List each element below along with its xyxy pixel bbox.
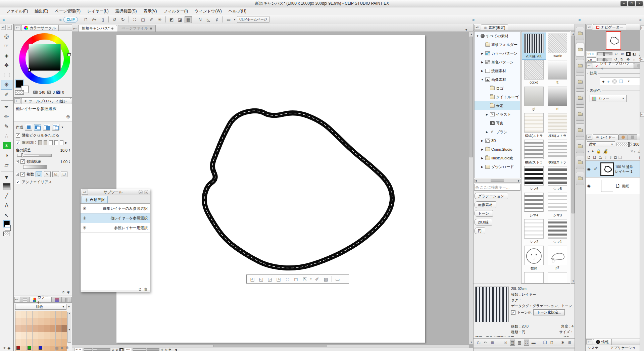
color-swatch[interactable] <box>33 311 38 318</box>
nav-flip-h-icon[interactable]: ◧ <box>632 52 637 56</box>
tool-property-tab[interactable]: ✒ ツールプロパティ[他レイヤ <box>21 98 71 104</box>
canvas-viewport[interactable]: ◰ ◱ ◲ ◳ ∷ ◻ ⇱ ▼ ✐ ▨ ▭ <box>72 32 469 344</box>
material-tray-button-5[interactable] <box>576 107 584 121</box>
navigator-zoom-slider[interactable] <box>597 52 612 55</box>
tree-expander-icon[interactable]: ▶ <box>481 69 484 72</box>
show-selection-border-icon[interactable]: ▦ <box>185 16 192 23</box>
navigator-tab[interactable]: ナビゲーター <box>593 24 626 30</box>
blend-tool-icon[interactable]: ◑ <box>1 150 12 160</box>
color-swatch[interactable] <box>38 325 44 332</box>
layer-visible-icon[interactable]: ◉ <box>586 178 592 194</box>
color-swatch[interactable] <box>27 318 32 325</box>
auto-select-tool-icon[interactable]: ✳ <box>1 80 12 90</box>
subtool-menu-icon[interactable]: ▸≡ <box>82 190 88 195</box>
color-swatch[interactable] <box>44 318 50 325</box>
marquee-select-tool-icon[interactable] <box>1 70 12 80</box>
maximize-button[interactable]: □ <box>628 1 635 6</box>
multi-refer-checkbox[interactable]: ✓ <box>20 172 25 177</box>
tool-property-settings-icon[interactable]: ✱ <box>67 290 70 295</box>
clip-mask-icon[interactable]: ◖ <box>587 149 589 154</box>
color-swatch[interactable] <box>44 325 50 332</box>
layer-item-1[interactable]: ◉🗋用紙 <box>586 177 644 194</box>
material-trash-icon[interactable]: 🗑 <box>567 340 572 346</box>
edge-handle-icon[interactable]: ▸ <box>640 57 644 62</box>
info-tab[interactable]: i 情報 <box>593 339 612 345</box>
tree-item-9[interactable]: ▶✎イラスト <box>475 110 520 119</box>
color-margin-spinner[interactable]: ▲▼ <box>68 149 70 152</box>
navigator-rotation-slider[interactable] <box>597 58 612 61</box>
material-item-2[interactable]: cccxd <box>522 59 546 86</box>
material-item-6[interactable]: 横縞(ストラ <box>522 112 546 139</box>
canvas-horizontal-scrollbar[interactable] <box>72 344 469 348</box>
zoom-out-icon[interactable]: ⊖ <box>112 348 114 351</box>
nav-zoom-out-icon[interactable]: ⊖ <box>613 52 619 56</box>
tree-expander-icon[interactable]: ▶ <box>485 131 489 134</box>
new-vector-layer-icon[interactable]: 🗋 <box>593 155 597 160</box>
expand-edge-icon[interactable]: » <box>638 17 643 22</box>
expression-color-select[interactable]: カラー ▼ <box>590 95 627 102</box>
mode-add-selection[interactable] <box>34 124 41 131</box>
clip-button[interactable]: CLIP <box>63 17 78 22</box>
tab-close-dot-icon[interactable] <box>111 28 113 30</box>
navigator-thumbnail[interactable] <box>606 31 621 50</box>
close-gap-expand-icon[interactable]: ▶ <box>65 141 67 144</box>
multi-folder-icon[interactable]: ❐ <box>61 171 67 177</box>
material-tab[interactable]: ≋ 素材[未定] <box>481 24 508 30</box>
color-swatch[interactable] <box>33 332 38 339</box>
mode-new-selection[interactable] <box>25 124 32 131</box>
color-swatch[interactable] <box>44 311 50 318</box>
save-file-icon[interactable]: ▯ <box>99 16 106 23</box>
color-swatch[interactable] <box>38 311 44 318</box>
effect-dropdown-icon[interactable]: ▼ <box>627 80 630 83</box>
snap-grid-icon[interactable]: ♯ <box>213 16 220 23</box>
subtool-item-1[interactable]: ✳他レイヤーを参照選択 <box>81 213 150 223</box>
edge-handle-icon[interactable]: ▸ <box>640 112 644 117</box>
color-swatch[interactable] <box>27 325 32 332</box>
tree-item-2[interactable]: ▶カラーパターン <box>475 49 520 58</box>
tree-expander-icon[interactable]: ▼ <box>476 35 479 38</box>
fill-launcher-icon[interactable]: ✐ <box>313 276 321 283</box>
tree-item-15[interactable]: ▶ダウンロード <box>475 162 520 171</box>
layer-thumbnail[interactable] <box>601 163 613 175</box>
deselect-icon[interactable]: ∷ <box>131 16 138 23</box>
halftone-effect-icon[interactable] <box>612 79 617 84</box>
color-set-tab[interactable]: カラーセ <box>30 297 52 302</box>
open-file-icon[interactable]: 🗁 <box>91 16 98 23</box>
color-set-select[interactable]: 肌色 ▼ <box>15 304 66 310</box>
color-margin-slider[interactable] <box>17 154 52 157</box>
tone-effect-icon[interactable]: ◕ <box>607 79 610 84</box>
menu-item-1[interactable]: 編集(E) <box>32 8 51 15</box>
select-pen-icon[interactable]: ✐ <box>148 16 155 23</box>
rotate-right-icon[interactable]: ↻ <box>165 348 167 351</box>
small-grid-view-icon[interactable]: ∷ <box>524 340 529 346</box>
color-swatch[interactable] <box>27 332 32 339</box>
blend-mode-select[interactable]: 通常▼ <box>587 141 615 147</box>
frame-border-icon[interactable]: ▭ <box>225 16 232 23</box>
subtool-item-0[interactable]: ✳編集レイヤーのみ参照選択 <box>81 204 150 213</box>
menu-item-2[interactable]: ページ管理(P) <box>52 8 84 15</box>
color-swatch[interactable] <box>21 318 27 325</box>
color-set-menu-icon[interactable]: ▸≡ <box>14 297 19 302</box>
tree-expander-icon[interactable]: ▶ <box>481 165 484 168</box>
tree-item-14[interactable]: ▶IllustStudio素 <box>475 154 520 162</box>
lock-layer-icon[interactable]: 🔒 <box>596 149 601 154</box>
area-expand-icon[interactable]: + <box>16 160 19 163</box>
saturation-value-box[interactable] <box>29 44 61 71</box>
tool-property-reset-icon[interactable]: ↺ <box>62 290 65 295</box>
background-color-swatch[interactable] <box>5 225 11 231</box>
material-item-15[interactable]: シマ1 <box>546 218 569 245</box>
tabbar-left-icon[interactable]: ▸≡ <box>73 27 77 30</box>
material-tray-button-2[interactable] <box>576 59 584 72</box>
invert-selection-icon[interactable]: ◩ <box>168 16 175 23</box>
eyedropper-tool-icon[interactable]: ✐ <box>1 90 12 99</box>
close-button[interactable]: × <box>636 1 643 6</box>
menu-item-7[interactable]: ウィンドウ(W) <box>192 8 225 15</box>
color-swatch[interactable] <box>27 311 32 318</box>
mask-enable-icon[interactable]: ✕▾ <box>630 149 636 154</box>
subtool-delete-icon[interactable]: 🗑 <box>144 287 148 291</box>
area-scale-slider[interactable] <box>23 165 47 169</box>
tree-item-10[interactable]: 写真 <box>475 119 520 128</box>
multi-reference-layer-icon[interactable]: ✎ <box>44 171 51 177</box>
color-swatch[interactable] <box>50 318 55 325</box>
color-mixer-tab[interactable] <box>52 297 62 302</box>
